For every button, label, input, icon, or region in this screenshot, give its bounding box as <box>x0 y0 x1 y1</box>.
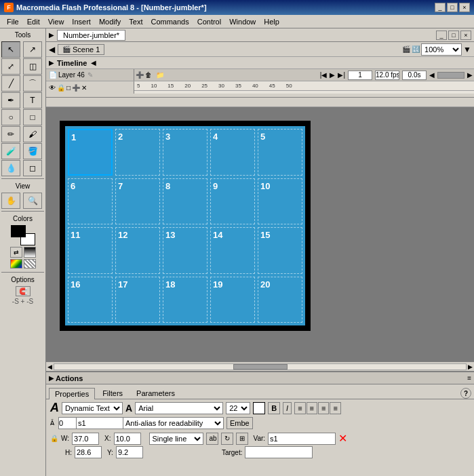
y-input[interactable] <box>116 446 143 458</box>
play-button[interactable]: ▶ <box>330 71 335 79</box>
cell-8[interactable]: 8 <box>163 178 208 225</box>
x-input[interactable] <box>114 433 141 445</box>
cell-15[interactable]: 15 <box>258 227 302 274</box>
anti-alias-select[interactable]: Anti-alias for readability Anti-alias fo… <box>122 417 224 429</box>
swap-colors-button[interactable]: ⇄ <box>10 247 22 258</box>
selection-tool-button[interactable]: ↖ <box>1 41 20 58</box>
zoom-dropdown-icon[interactable]: ▼ <box>463 45 471 54</box>
timeline-scroll-left[interactable]: ◀ <box>429 71 435 79</box>
cell-19[interactable]: 19 <box>210 277 255 323</box>
text-type-select[interactable]: Dynamic Text Static Text Input Text <box>62 402 123 414</box>
fill-color[interactable] <box>11 225 26 237</box>
cell-7[interactable]: 7 <box>115 178 160 225</box>
panel-options-icon[interactable]: ≡ <box>467 374 471 382</box>
layer-outline-icon[interactable]: □ <box>66 84 71 92</box>
color-picker-button[interactable] <box>10 259 22 269</box>
size-select[interactable]: 22 <box>226 402 250 414</box>
cell-9[interactable]: 9 <box>210 178 255 225</box>
tab-properties[interactable]: Properties <box>49 388 95 399</box>
font-select[interactable]: Arial <box>135 402 223 414</box>
scroll-left-btn[interactable]: ◀ <box>46 363 54 370</box>
cell-11[interactable]: 11 <box>68 227 113 274</box>
cell-18[interactable]: 18 <box>163 277 208 323</box>
cell-13[interactable]: 13 <box>163 227 208 274</box>
minimize-button[interactable]: _ <box>435 3 446 12</box>
menu-modify[interactable]: Modify <box>95 17 125 26</box>
ink-bottle-button[interactable]: 🧪 <box>1 143 20 159</box>
zoom-tool-button[interactable]: 🔍 <box>23 193 42 209</box>
target-input[interactable] <box>245 446 313 458</box>
menu-edit[interactable]: Edit <box>23 17 44 26</box>
menu-commands[interactable]: Commands <box>146 17 193 26</box>
rect-tool-button[interactable]: □ <box>23 109 42 125</box>
scene-button[interactable]: 🎬 Scene 1 <box>58 44 104 55</box>
cell-20[interactable]: 20 <box>258 277 302 323</box>
close-button[interactable]: × <box>459 3 470 12</box>
menu-help[interactable]: Help <box>260 17 283 26</box>
scrollbar-thumb[interactable] <box>233 364 288 370</box>
brush-tool-button[interactable]: 🖌 <box>23 126 42 142</box>
selectable-button[interactable]: ↻ <box>221 433 233 445</box>
panel-expand-button[interactable]: ▶ <box>49 374 54 382</box>
line-tool-button[interactable]: ╱ <box>1 75 20 92</box>
menu-window[interactable]: Window <box>225 17 260 26</box>
doc-minimize-btn[interactable]: _ <box>436 31 447 40</box>
text-tool-button[interactable]: T <box>23 92 42 108</box>
cell-17[interactable]: 17 <box>115 277 160 323</box>
tab-filters[interactable]: Filters <box>96 387 129 399</box>
zoom-select[interactable]: 100% <box>421 43 462 56</box>
default-colors-button[interactable] <box>24 247 36 258</box>
var-input[interactable] <box>268 433 336 445</box>
oval-tool-button[interactable]: ○ <box>1 109 20 125</box>
align-right-button[interactable]: ≡ <box>318 402 329 414</box>
instance-name-input[interactable] <box>76 417 123 429</box>
cell-5[interactable]: 5 <box>258 129 302 176</box>
cell-16[interactable]: 16 <box>68 277 113 323</box>
cell-6[interactable]: 6 <box>68 178 113 225</box>
menu-control[interactable]: Control <box>193 17 225 26</box>
hand-tool-button[interactable]: ✋ <box>1 193 20 209</box>
frame-input[interactable] <box>348 71 372 80</box>
eraser-button[interactable]: ◻ <box>23 160 42 176</box>
bold-button[interactable]: B <box>268 402 280 414</box>
cell-14[interactable]: 14 <box>210 227 255 274</box>
italic-button[interactable]: I <box>283 402 292 414</box>
prev-frame-button[interactable]: |◀ <box>320 71 328 79</box>
free-transform-tool-button[interactable]: ⤢ <box>1 58 20 75</box>
cell-3[interactable]: 3 <box>163 129 208 176</box>
lasso-tool-button[interactable]: ⌒ <box>23 75 42 92</box>
font-color-box[interactable] <box>253 402 265 414</box>
scroll-right-btn[interactable]: ▶ <box>467 363 474 370</box>
subselection-tool-button[interactable]: ↗ <box>23 41 42 58</box>
menu-text[interactable]: Text <box>125 17 146 26</box>
next-frame-button[interactable]: ▶| <box>338 71 345 79</box>
close-x-button[interactable]: ✕ <box>338 432 347 445</box>
maximize-button[interactable]: □ <box>447 3 458 12</box>
width-input[interactable] <box>72 433 99 445</box>
cell-1[interactable]: 1 <box>68 129 113 176</box>
pen-tool-button[interactable]: ✒ <box>1 92 20 108</box>
layer-visibility-icon[interactable]: 👁 <box>49 84 56 92</box>
layer-edit-icon[interactable]: ✎ <box>87 71 93 79</box>
layer-lock-icon[interactable]: 🔒 <box>57 84 65 92</box>
cell-10[interactable]: 10 <box>258 178 302 225</box>
gradient-tool-button[interactable]: ◫ <box>23 58 42 75</box>
html-button[interactable]: ⊞ <box>236 433 248 445</box>
align-left-button[interactable]: ≡ <box>294 402 305 414</box>
cell-4[interactable]: 4 <box>210 129 255 176</box>
cell-12[interactable]: 12 <box>115 227 160 274</box>
help-button[interactable]: ? <box>460 388 471 399</box>
cell-2[interactable]: 2 <box>115 129 160 176</box>
eyedropper-button[interactable]: 💧 <box>1 160 20 176</box>
timeline-nav-button[interactable]: ◀ <box>91 59 96 66</box>
timeline-scroll-right[interactable]: ▶ <box>467 71 473 79</box>
line-type-select[interactable]: Single line Multiline Multiline no wrap <box>149 433 203 445</box>
align-center-button[interactable]: ≡ <box>307 402 317 414</box>
align-justify-button[interactable]: ≡ <box>330 402 340 414</box>
timeline-back-button[interactable]: ◀ <box>49 45 55 54</box>
doc-minimize-button[interactable]: ▶ <box>49 31 54 39</box>
document-tab[interactable]: Number-jumbler* <box>57 30 125 41</box>
tab-parameters[interactable]: Parameters <box>130 387 181 399</box>
render-text-button[interactable]: ab <box>206 433 218 445</box>
delete-frame-btn[interactable]: ✕ <box>81 84 87 92</box>
